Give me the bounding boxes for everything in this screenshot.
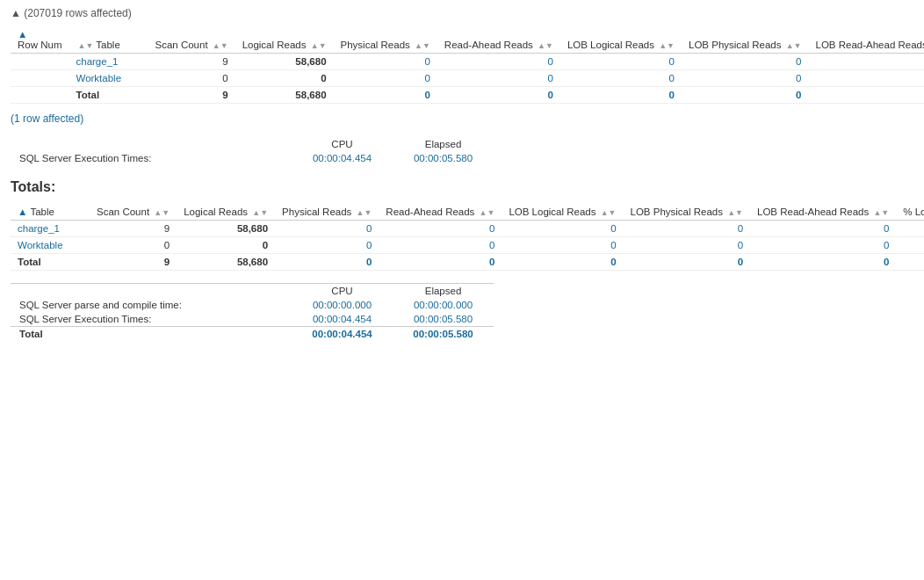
sort-icon-totals-lob-logical: ▲▼ [601,208,617,217]
totals-cell-readahead-total: 0 [379,254,502,271]
sort-icon-totals-physical: ▲▼ [357,208,372,217]
timing-cpu-header: CPU [292,137,393,151]
col-header-table: ▲▼ Table [69,26,148,54]
totals-cell-lob-logical: 0 [502,237,623,254]
rows-affected-top: ▲ (207019 rows affected) [11,7,913,19]
timing-parse-row: SQL Server parse and compile time: 00:00… [11,298,494,312]
totals-col-header-pct: % Logical Reads of Total Reads ▲▼ [896,204,924,221]
timing-parse-cpu: 00:00:00.000 [292,298,393,312]
totals-cell-lob-physical: 0 [624,221,751,237]
timing-empty-col [11,137,292,151]
col-header-logical-reads: Logical Reads ▲▼ [235,26,334,54]
cell-scan-count: 0 [148,70,235,87]
cell-lob-physical: 0 [682,70,809,87]
cell-lob-logical: 0 [560,70,682,87]
sort-icon-totals-lob-readahead: ▲▼ [873,208,889,217]
totals-cell-physical-total: 0 [275,254,379,271]
cell-physical-total: 0 [334,87,437,104]
totals-cell-scan-total: 9 [90,254,177,271]
totals-col-header-lob-logical: LOB Logical Reads ▲▼ [502,204,623,221]
timing-total-elapsed: 00:00:05.580 [393,327,494,342]
totals-cell-table-name[interactable]: Worktable [11,237,90,254]
cell-table-name[interactable]: Worktable [69,70,148,87]
totals-col-header-lob-physical: LOB Physical Reads ▲▼ [624,204,751,221]
totals-cell-logical-total: 58,680 [177,254,275,271]
totals-col-header-table: ▲ Table [11,204,90,221]
sort-icon-physical: ▲▼ [415,41,430,50]
sort-asc-icon-totals: ▲ [18,207,27,217]
timing-execution-label: SQL Server Execution Times: [11,151,292,165]
sort-icon-logical: ▲▼ [311,41,327,50]
timing-execution-bottom-elapsed: 00:00:05.580 [393,312,494,327]
rows-affected-icon: ▲ [11,7,24,19]
cell-lob-logical: 0 [560,54,682,70]
timing-total-row: Total 00:00:04.454 00:00:05.580 [11,327,494,342]
cell-table-total: Total [69,87,148,104]
timing-bottom-elapsed-header: Elapsed [393,284,494,299]
col-header-scan-count: Scan Count ▲▼ [148,26,235,54]
totals-cell-readahead: 0 [379,237,502,254]
cell-row-num [11,70,69,87]
timing-bottom-cpu-header: CPU [292,284,393,299]
cell-read-ahead: 0 [437,70,560,87]
timing-bottom-empty-col [11,284,292,299]
sort-icon-lob-logical: ▲▼ [659,41,675,50]
sort-icon-totals-scan: ▲▼ [154,208,170,217]
timing-total-label: Total [11,327,292,342]
cell-lob-readahead: 0 [809,54,924,70]
totals-heading: Totals: [11,179,913,195]
totals-cell-physical: 0 [275,221,379,237]
totals-cell-pct: 0.000 [896,237,924,254]
cell-logical-reads: 58,680 [235,54,334,70]
totals-col-header-logical: Logical Reads ▲▼ [177,204,275,221]
cell-row-num [11,54,69,70]
totals-cell-scan: 0 [90,237,177,254]
cell-scan-total: 9 [148,87,235,104]
totals-col-header-physical: Physical Reads ▲▼ [275,204,379,221]
sort-icon-totals-lob-physical: ▲▼ [727,208,743,217]
top-stats-section: ▲ Row Num ▲▼ Table Scan Count ▲▼ Logical… [11,26,913,104]
timing-execution-bottom-row: SQL Server Execution Times: 00:00:04.454… [11,312,494,327]
timing-parse-label: SQL Server parse and compile time: [11,298,292,312]
sort-asc-icon: ▲ [18,29,27,40]
totals-cell-table-name[interactable]: charge_1 [11,221,90,237]
totals-total-row: Total 9 58,680 0 0 0 0 0 [11,254,924,271]
cell-lob-physical-total: 0 [682,87,809,104]
timing-top-table: CPU Elapsed SQL Server Execution Times: … [11,137,494,165]
timing-elapsed-header: Elapsed [393,137,494,151]
table-row: charge_1 9 58,680 0 0 0 0 0 100.000 [11,54,924,70]
totals-cell-lob-readahead-total: 0 [750,254,896,271]
col-header-physical-reads: Physical Reads ▲▼ [334,26,437,54]
cell-physical-reads: 0 [334,70,437,87]
totals-cell-lob-readahead: 0 [750,237,896,254]
cell-lob-readahead: 0 [809,70,924,87]
cell-lob-readahead-total: 0 [809,87,924,104]
totals-cell-logical: 58,680 [177,221,275,237]
totals-cell-table-total: Total [11,254,90,271]
timing-top-section: CPU Elapsed SQL Server Execution Times: … [11,137,913,165]
cell-scan-count: 9 [148,54,235,70]
sort-icon-readahead: ▲▼ [538,41,553,50]
sort-icon-lob-physical: ▲▼ [786,41,802,50]
timing-total-cpu: 00:00:04.454 [292,327,393,342]
totals-cell-lob-logical: 0 [502,221,623,237]
table-row: Worktable 0 0 0 0 0 0 0 0.000 [11,70,924,87]
timing-parse-elapsed: 00:00:00.000 [393,298,494,312]
totals-cell-pct: 100.000 [896,221,924,237]
col-header-lob-logical: LOB Logical Reads ▲▼ [560,26,682,54]
cell-logical-reads: 0 [235,70,334,87]
col-header-row-num: ▲ Row Num [11,26,69,54]
timing-execution-bottom-label: SQL Server Execution Times: [11,312,292,327]
totals-col-header-readahead: Read-Ahead Reads ▲▼ [379,204,502,221]
cell-readahead-total: 0 [437,87,560,104]
totals-cell-scan: 9 [90,221,177,237]
cell-table-name[interactable]: charge_1 [69,54,148,70]
total-row: Total 9 58,680 0 0 0 0 0 [11,87,924,104]
timing-bottom-section: CPU Elapsed SQL Server parse and compile… [11,283,913,341]
sort-icon-totals-readahead: ▲▼ [480,208,495,217]
totals-stats-section: ▲ Table Scan Count ▲▼ Logical Reads ▲▼ P… [11,204,913,271]
timing-execution-bottom-cpu: 00:00:04.454 [292,312,393,327]
sort-icon-scan: ▲▼ [213,41,228,50]
totals-stats-table: ▲ Table Scan Count ▲▼ Logical Reads ▲▼ P… [11,204,924,271]
col-header-read-ahead: Read-Ahead Reads ▲▼ [437,26,560,54]
